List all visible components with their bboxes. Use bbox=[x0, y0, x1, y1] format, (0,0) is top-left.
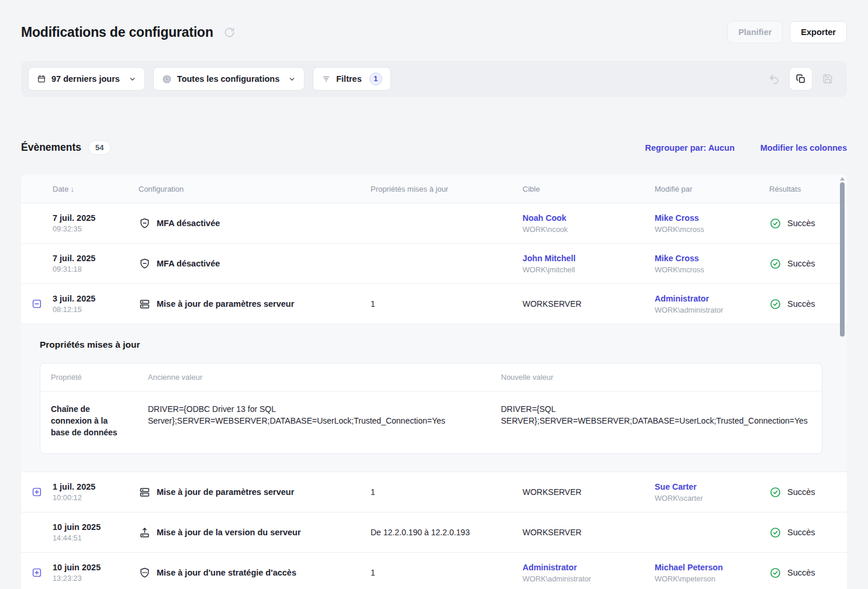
table-scrollbar[interactable] bbox=[839, 176, 846, 589]
server-icon bbox=[139, 298, 151, 310]
events-title: Évènements bbox=[21, 141, 81, 154]
event-time: 09:32:35 bbox=[53, 224, 139, 233]
chevron-down-icon bbox=[129, 75, 136, 83]
success-check-icon bbox=[769, 217, 781, 230]
date-cell: 7 juil. 2025 09:31:18 bbox=[53, 254, 139, 273]
event-time: 08:12:15 bbox=[53, 305, 139, 314]
configuration-label: Mise à jour de la version du serveur bbox=[157, 528, 301, 537]
modifier-link[interactable]: Mike Cross bbox=[655, 254, 699, 263]
server-icon bbox=[139, 486, 151, 498]
target-cell: Administrator WORK\administrator bbox=[523, 562, 655, 583]
save-button[interactable] bbox=[817, 68, 839, 90]
header-configuration[interactable]: Configuration bbox=[139, 185, 371, 193]
result-label: Succès bbox=[787, 299, 815, 309]
config-changes-page: Modifications de configuration Planifier… bbox=[0, 0, 868, 589]
export-button[interactable]: Exporter bbox=[790, 21, 847, 43]
result-cell: Succès bbox=[769, 567, 847, 579]
target-link[interactable]: John Mitchell bbox=[523, 254, 576, 263]
event-time: 13:23:23 bbox=[53, 574, 139, 583]
new-value: DRIVER={SQL SERVER};SERVER=WEBSERVER;DAT… bbox=[490, 403, 822, 438]
target-name: WORKSERVER bbox=[523, 487, 582, 497]
result-label: Succès bbox=[787, 568, 815, 577]
group-by-link[interactable]: Regrouper par: Aucun bbox=[645, 143, 734, 153]
target-cell: John Mitchell WORK\jmitchell bbox=[523, 253, 655, 274]
table-row[interactable]: 7 juil. 2025 09:31:18 MFA désactivée Joh… bbox=[21, 244, 847, 284]
table-row[interactable]: 1 juil. 2025 10:00:12 Mise à jour de par… bbox=[21, 472, 847, 512]
modified-by-cell: Michael Peterson WORK\mpeterson bbox=[655, 562, 769, 583]
configurations-dropdown[interactable]: Toutes les configurations bbox=[153, 67, 305, 91]
modifier-link[interactable]: Administrator bbox=[655, 294, 709, 303]
event-time: 14:44:51 bbox=[53, 533, 139, 542]
save-icon bbox=[822, 74, 833, 84]
modifier-link[interactable]: Mike Cross bbox=[655, 213, 699, 223]
header-target[interactable]: Cible bbox=[523, 185, 655, 193]
event-date: 1 juil. 2025 bbox=[53, 482, 139, 491]
success-check-icon bbox=[769, 486, 781, 498]
properties-updated-cell: 1 bbox=[371, 487, 523, 497]
chevron-down-icon bbox=[288, 75, 296, 83]
configuration-cell: Mise à jour de la version du serveur bbox=[139, 526, 371, 539]
events-table: Date ↓ Configuration Propriétés mises à … bbox=[21, 175, 847, 589]
header-results[interactable]: Résultats bbox=[769, 185, 847, 193]
configurations-label: Toutes les configurations bbox=[177, 74, 279, 84]
date-range-label: 97 derniers jours bbox=[51, 74, 120, 84]
target-link[interactable]: Noah Cook bbox=[523, 213, 566, 223]
filters-button[interactable]: Filtres 1 bbox=[313, 67, 391, 91]
configuration-cell: MFA désactivée bbox=[139, 217, 371, 230]
scrollbar-thumb[interactable] bbox=[840, 182, 845, 337]
table-row[interactable]: 3 juil. 2025 08:12:15 Mise à jour de par… bbox=[21, 284, 847, 324]
success-check-icon bbox=[769, 526, 781, 539]
header-actions: Planifier Exporter bbox=[727, 21, 847, 43]
date-cell: 1 juil. 2025 10:00:12 bbox=[53, 482, 139, 502]
expand-row-button[interactable] bbox=[32, 567, 42, 578]
success-check-icon bbox=[769, 567, 781, 579]
result-cell: Succès bbox=[769, 258, 847, 270]
modify-columns-link[interactable]: Modifier les colonnes bbox=[760, 143, 847, 153]
shield-dots-icon bbox=[139, 567, 151, 579]
result-cell: Succès bbox=[769, 298, 847, 310]
target-link[interactable]: Administrator bbox=[523, 563, 577, 572]
undo-button[interactable] bbox=[763, 68, 785, 90]
property-name: Chaîne de connexion à la base de données bbox=[40, 403, 137, 438]
event-date: 3 juil. 2025 bbox=[53, 294, 139, 303]
expanded-properties-panel: Propriétés mises à jour Propriété Ancien… bbox=[21, 324, 847, 472]
scroll-up-arrow-icon[interactable] bbox=[840, 177, 845, 181]
modifier-account: WORK\mcross bbox=[655, 265, 769, 274]
date-range-dropdown[interactable]: 97 derniers jours bbox=[28, 67, 145, 91]
header-date[interactable]: Date ↓ bbox=[53, 185, 139, 193]
plus-square-icon bbox=[32, 487, 42, 497]
sub-table-row: Chaîne de connexion à la base de données… bbox=[40, 391, 822, 453]
sub-table-header-row: Propriété Ancienne valeur Nouvelle valeu… bbox=[40, 363, 822, 391]
event-date: 10 juin 2025 bbox=[53, 522, 139, 532]
modified-by-cell: Sue Carter WORK\scarter bbox=[655, 481, 769, 503]
modifier-link[interactable]: Sue Carter bbox=[655, 482, 697, 491]
table-header-row: Date ↓ Configuration Propriétés mises à … bbox=[21, 175, 847, 203]
header-modified-by[interactable]: Modifié par bbox=[655, 185, 769, 193]
table-row[interactable]: 7 juil. 2025 09:32:35 MFA désactivée Noa… bbox=[21, 203, 847, 244]
modifier-link[interactable]: Michael Peterson bbox=[655, 563, 723, 572]
target-account: WORK\jmitchell bbox=[523, 265, 655, 274]
result-cell: Succès bbox=[769, 486, 847, 498]
server-upgrade-icon bbox=[139, 526, 151, 539]
configuration-label: Mise à jour de paramètres serveur bbox=[157, 299, 294, 309]
target-name: WORKSERVER bbox=[523, 299, 582, 309]
refresh-button[interactable] bbox=[224, 27, 235, 38]
event-time: 09:31:18 bbox=[53, 265, 139, 273]
date-cell: 10 juin 2025 14:44:51 bbox=[53, 522, 139, 542]
success-check-icon bbox=[769, 298, 781, 310]
header-properties[interactable]: Propriétés mises à jour bbox=[371, 185, 523, 193]
modified-by-cell: Mike Cross WORK\mcross bbox=[655, 253, 769, 274]
copy-button[interactable] bbox=[790, 68, 812, 90]
table-row[interactable]: 10 juin 2025 13:23:23 Mise à jour d'une … bbox=[21, 553, 847, 589]
properties-updated-cell: 1 bbox=[371, 568, 523, 577]
collapse-row-button[interactable] bbox=[32, 299, 42, 309]
configuration-label: Mise à jour de paramètres serveur bbox=[157, 487, 294, 497]
expand-row-button[interactable] bbox=[32, 487, 42, 497]
configuration-label: MFA désactivée bbox=[157, 219, 220, 228]
success-check-icon bbox=[769, 258, 781, 270]
schedule-button[interactable]: Planifier bbox=[727, 21, 783, 43]
table-row[interactable]: 10 juin 2025 14:44:51 Mise à jour de la … bbox=[21, 512, 847, 553]
sub-header-old-value: Ancienne valeur bbox=[137, 373, 490, 382]
target-name: WORKSERVER bbox=[523, 528, 582, 537]
properties-updated-cell: 1 bbox=[371, 299, 523, 309]
